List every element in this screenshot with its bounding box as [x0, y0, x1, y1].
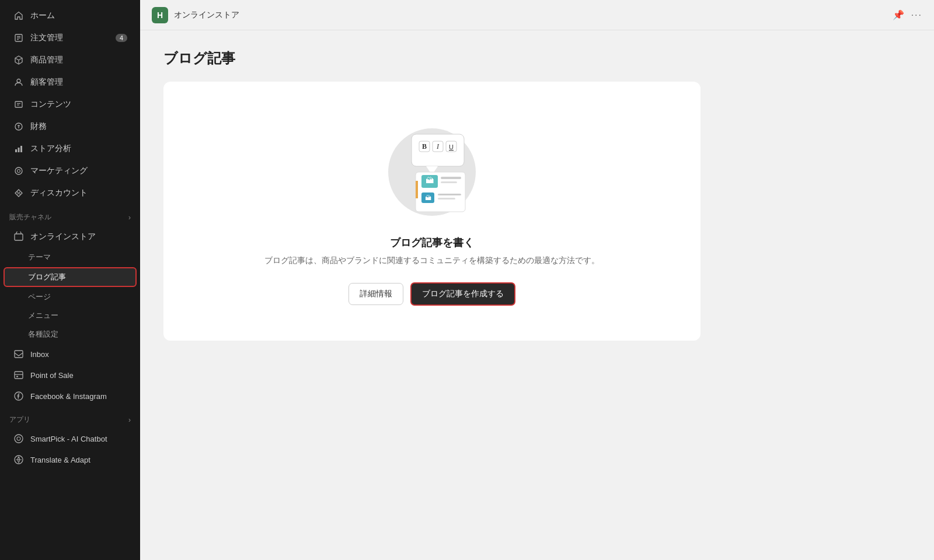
svg-rect-14: [15, 149, 17, 152]
empty-state-title: ブログ記事を書く: [390, 236, 474, 250]
svg-point-18: [18, 170, 20, 173]
chevron-icon[interactable]: ›: [128, 214, 131, 222]
svg-rect-46: [441, 181, 457, 183]
empty-state-card: B I U 🏔: [163, 82, 700, 341]
sidebar-item-customers[interactable]: 顧客管理: [4, 72, 137, 93]
sidebar-sub-theme[interactable]: テーマ: [4, 249, 137, 266]
empty-state-actions: 詳細情報 ブログ記事を作成する: [348, 282, 515, 306]
marketing-icon: [13, 165, 25, 177]
detail-button[interactable]: 詳細情報: [348, 283, 403, 305]
sidebar-sub-pages[interactable]: ページ: [4, 288, 137, 306]
topbar-logo: H: [152, 7, 168, 23]
svg-rect-16: [20, 146, 22, 152]
translate-icon: [13, 454, 25, 466]
analytics-icon: [13, 143, 25, 155]
sidebar-sub-settings[interactable]: 各種設定: [4, 326, 137, 343]
sidebar-sub-blog[interactable]: ブログ記事: [4, 267, 137, 287]
sidebar-item-finance[interactable]: 財務: [4, 116, 137, 137]
svg-text:U: U: [449, 144, 454, 150]
sidebar-item-discounts[interactable]: ディスカウント: [4, 183, 137, 204]
smartpick-icon: [13, 433, 25, 444]
online-store-icon: [13, 231, 25, 243]
sidebar-item-inbox[interactable]: Inbox: [4, 344, 137, 364]
sidebar-item-products-label: 商品管理: [30, 55, 63, 65]
sidebar-item-home[interactable]: ホーム: [4, 5, 137, 26]
sidebar-item-customers-label: 顧客管理: [30, 77, 63, 88]
svg-rect-8: [15, 102, 22, 107]
sidebar-item-facebook[interactable]: Facebook & Instagram: [4, 386, 137, 406]
sidebar-item-marketing-label: マーケティング: [30, 166, 88, 176]
sidebar-item-content-label: コンテンツ: [30, 99, 71, 110]
create-blog-button[interactable]: ブログ記事を作成する: [410, 282, 515, 306]
inbox-icon: [13, 348, 25, 360]
svg-point-29: [17, 437, 20, 440]
svg-rect-42: [416, 181, 418, 198]
svg-rect-45: [441, 177, 461, 179]
sidebar-item-analytics[interactable]: ストア分析: [4, 138, 137, 159]
sidebar-item-smartpick-label: SmartPick - AI Chatbot: [30, 435, 107, 443]
sidebar-item-marketing[interactable]: マーケティング: [4, 160, 137, 181]
svg-text:B: B: [422, 142, 427, 150]
svg-point-28: [15, 435, 23, 443]
svg-point-17: [15, 167, 22, 174]
products-icon: [13, 54, 25, 66]
sidebar-item-orders-label: 注文管理: [30, 33, 63, 43]
svg-rect-15: [18, 148, 20, 152]
topbar: H オンラインストア 📌 ···: [140, 0, 934, 30]
svg-point-21: [19, 194, 20, 195]
content-area: ブログ記事 B I U: [140, 30, 934, 560]
svg-line-5: [15, 58, 19, 61]
sales-channels-section: 販売チャネル ›: [0, 204, 140, 226]
sidebar-sub-menu[interactable]: メニュー: [4, 307, 137, 324]
page-title: ブログ記事: [163, 49, 911, 68]
sidebar-item-facebook-label: Facebook & Instagram: [30, 392, 107, 401]
svg-text:🏔: 🏔: [426, 176, 434, 185]
facebook-icon: [13, 390, 25, 402]
sidebar-item-pos-label: Point of Sale: [30, 371, 74, 380]
content-icon: [13, 99, 25, 110]
svg-point-19: [17, 192, 18, 193]
sidebar: ホーム 注文管理 4 商品管理 顧客管理 コンテンツ 財務: [0, 0, 140, 560]
svg-rect-26: [16, 376, 18, 377]
blog-illustration: B I U 🏔: [379, 117, 485, 222]
sidebar-item-online-store-label: オンラインストア: [30, 232, 96, 242]
svg-rect-24: [15, 372, 23, 379]
empty-state-description: ブログ記事は、商品やブランドに関連するコミュニティを構築するための最適な方法です…: [264, 256, 600, 266]
apps-chevron-icon[interactable]: ›: [128, 416, 131, 424]
sidebar-item-analytics-label: ストア分析: [30, 144, 71, 154]
pos-icon: [13, 369, 25, 381]
more-options-icon[interactable]: ···: [911, 10, 922, 20]
sidebar-item-smartpick[interactable]: SmartPick - AI Chatbot: [4, 429, 137, 449]
sidebar-item-inbox-label: Inbox: [30, 350, 49, 359]
svg-text:🏔: 🏔: [425, 194, 431, 201]
svg-rect-49: [438, 194, 461, 195]
svg-rect-50: [438, 198, 455, 200]
sidebar-item-products[interactable]: 商品管理: [4, 50, 137, 71]
orders-icon: [13, 32, 25, 44]
discounts-icon: [13, 187, 25, 199]
finance-icon: [13, 121, 25, 132]
sidebar-item-home-label: ホーム: [30, 10, 55, 21]
sidebar-item-translate-label: Translate & Adapt: [30, 456, 90, 464]
sidebar-item-orders[interactable]: 注文管理 4: [4, 27, 137, 48]
sidebar-item-pos[interactable]: Point of Sale: [4, 365, 137, 385]
sidebar-item-finance-label: 財務: [30, 121, 47, 132]
home-icon: [13, 10, 25, 22]
sidebar-item-translate[interactable]: Translate & Adapt: [4, 450, 137, 470]
sidebar-item-content[interactable]: コンテンツ: [4, 94, 137, 115]
topbar-actions: 📌 ···: [893, 9, 922, 20]
customers-icon: [13, 76, 25, 88]
main-content: H オンラインストア 📌 ··· ブログ記事 B I: [140, 0, 934, 560]
orders-badge: 4: [116, 34, 127, 42]
topbar-title: オンラインストア: [174, 10, 239, 20]
svg-rect-22: [15, 234, 23, 240]
sidebar-item-discounts-label: ディスカウント: [30, 188, 88, 198]
svg-line-6: [19, 58, 22, 61]
pin-icon[interactable]: 📌: [893, 9, 904, 20]
svg-point-7: [17, 79, 20, 83]
apps-section: アプリ ›: [0, 407, 140, 428]
sidebar-item-online-store[interactable]: オンラインストア: [4, 226, 137, 247]
